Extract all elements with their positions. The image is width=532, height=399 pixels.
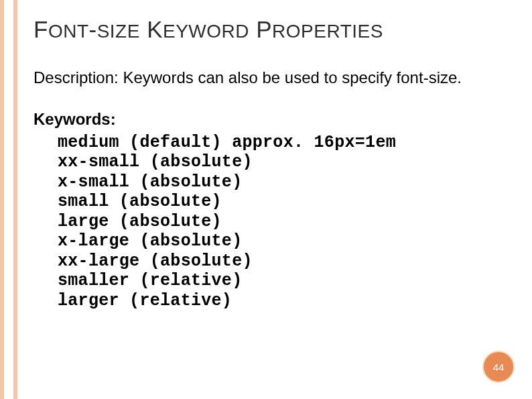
list-item: large (absolute) bbox=[58, 212, 512, 232]
left-accent-stripe-inner bbox=[4, 0, 13, 399]
list-item: medium (default) approx. 16px=1em bbox=[58, 133, 512, 153]
slide-content: FONT-SIZE KEYWORD PROPERTIES Description… bbox=[34, 16, 512, 310]
list-item: x-large (absolute) bbox=[58, 231, 512, 251]
title-part: ONT bbox=[48, 21, 89, 42]
title-part: S bbox=[97, 21, 110, 42]
title-part: EYWORD bbox=[163, 21, 249, 42]
page-number: 44 bbox=[493, 361, 505, 373]
title-part bbox=[140, 16, 147, 42]
list-item: xx-small (absolute) bbox=[58, 152, 512, 172]
title-part: IZE bbox=[110, 21, 140, 42]
title-part: ROPERTIES bbox=[272, 21, 383, 42]
list-item: smaller (relative) bbox=[58, 271, 512, 291]
title-part bbox=[249, 16, 256, 42]
list-item: xx-large (absolute) bbox=[58, 251, 512, 272]
title-part: P bbox=[256, 16, 272, 42]
title-part: K bbox=[147, 16, 163, 42]
page-number-badge: 44 bbox=[482, 351, 515, 383]
title-part: F bbox=[34, 16, 48, 42]
list-item: larger (relative) bbox=[58, 291, 512, 311]
list-item: x-small (absolute) bbox=[58, 172, 512, 192]
keywords-label: Keywords: bbox=[34, 110, 512, 129]
list-item: small (absolute) bbox=[58, 192, 512, 212]
page-title: FONT-SIZE KEYWORD PROPERTIES bbox=[34, 16, 512, 43]
keywords-list: medium (default) approx. 16px=1em xx-sma… bbox=[58, 133, 512, 311]
title-part: - bbox=[89, 16, 97, 42]
description-text: Description: Keywords can also be used t… bbox=[34, 68, 512, 87]
